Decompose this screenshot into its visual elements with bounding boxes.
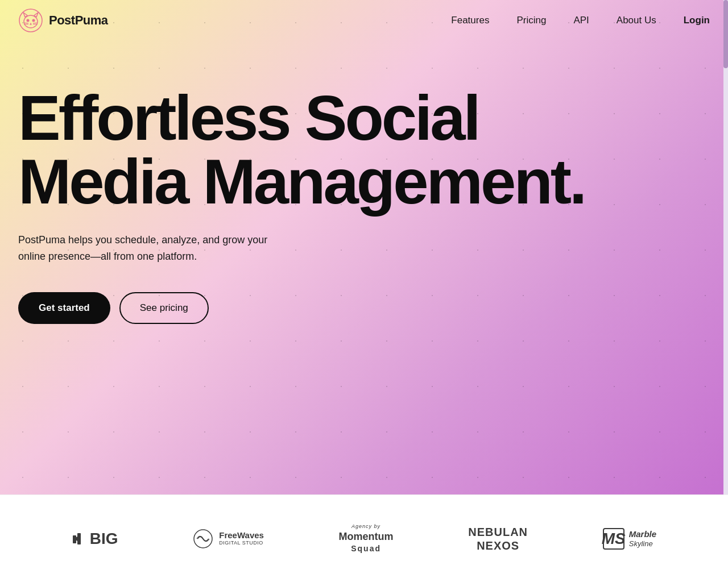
svg-line-7 xyxy=(24,23,28,23)
hero-subtext: PostPuma helps you schedule, analyze, an… xyxy=(18,232,268,265)
freewaves-sublabel: DIGITAL STUDIO xyxy=(219,541,264,546)
logo-marble: MS Marble Skyline xyxy=(603,528,656,550)
hero-buttons: Get started See pricing xyxy=(18,292,710,324)
svg-point-5 xyxy=(32,19,35,22)
logo-area[interactable]: PostPuma xyxy=(18,8,108,33)
svg-point-1 xyxy=(24,15,38,28)
marble-label: Marble xyxy=(629,529,656,539)
svg-rect-12 xyxy=(77,533,81,544)
navbar: PostPuma Features Pricing API About Us L… xyxy=(0,0,728,41)
skyline-label: Skyline xyxy=(629,539,656,548)
nav-features[interactable]: Features xyxy=(451,15,489,26)
logo-big: BIG xyxy=(72,530,118,548)
freewaves-icon xyxy=(193,529,213,549)
marble-monogram: MS xyxy=(603,528,624,550)
nebulan-label: NEBULAN xyxy=(468,525,528,539)
brand-name: PostPuma xyxy=(49,13,108,28)
brand-logo-icon xyxy=(18,8,43,33)
nav-pricing[interactable]: Pricing xyxy=(516,15,546,26)
freewaves-label: FreeWaves xyxy=(219,531,264,541)
nav-login[interactable]: Login xyxy=(684,15,710,26)
hero-heading: Effortless Social Media Management. xyxy=(18,86,644,214)
logos-section: BIG FreeWaves DIGITAL STUDIO Agency by M… xyxy=(0,494,728,582)
logo-nebulan: NEBULAN NEXOS xyxy=(468,525,528,552)
svg-line-9 xyxy=(33,23,38,23)
momentum-label: Momentum xyxy=(339,530,394,543)
big-label: BIG xyxy=(90,530,118,548)
momentum-squad-label: Squad xyxy=(351,543,381,554)
svg-marker-6 xyxy=(30,23,32,24)
see-pricing-button[interactable]: See pricing xyxy=(119,292,209,324)
logo-freewaves: FreeWaves DIGITAL STUDIO xyxy=(193,529,264,549)
hero-content: Effortless Social Media Management. Post… xyxy=(0,41,728,324)
nexos-label: NEXOS xyxy=(468,539,528,552)
big-icon xyxy=(72,531,88,547)
nav-links: Features Pricing API About Us Login xyxy=(451,15,710,26)
svg-point-0 xyxy=(19,9,42,32)
get-started-button[interactable]: Get started xyxy=(18,292,110,324)
nav-api[interactable]: API xyxy=(573,15,589,26)
hero-section: PostPuma Features Pricing API About Us L… xyxy=(0,0,728,494)
logo-momentum: Agency by Momentum Squad xyxy=(339,523,394,554)
nav-about[interactable]: About Us xyxy=(617,15,656,26)
svg-point-4 xyxy=(27,19,30,22)
